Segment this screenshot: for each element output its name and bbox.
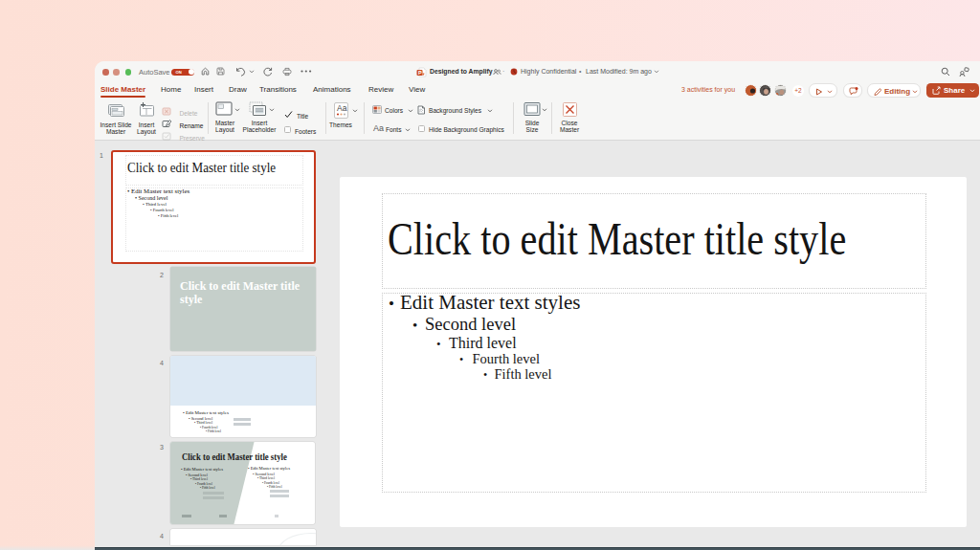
svg-text:P: P [418, 70, 422, 76]
svg-text:Aa: Aa [337, 103, 347, 113]
